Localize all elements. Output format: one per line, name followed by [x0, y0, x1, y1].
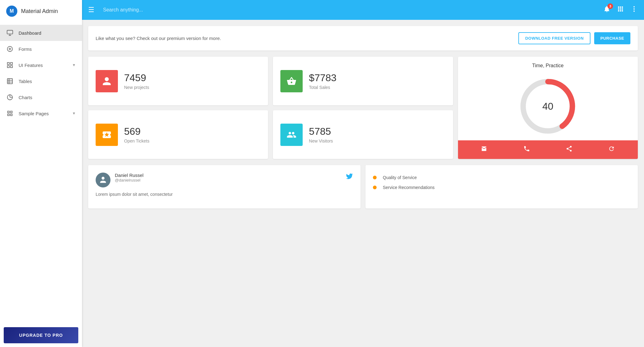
- new-visitors-number: 5785: [309, 126, 333, 137]
- svg-rect-6: [7, 79, 13, 84]
- phone-icon[interactable]: [523, 145, 530, 154]
- legend-row-0: Quality of Service: [373, 173, 630, 182]
- sample-pages-arrow-icon: ▼: [72, 111, 76, 116]
- new-projects-number: 7459: [124, 72, 149, 84]
- legend-label-1: Service Recommendations: [383, 185, 434, 190]
- app-title: Material Admin: [21, 8, 58, 15]
- grid-icon: [6, 61, 14, 69]
- stat-card-new-projects: 7459 New projects: [88, 57, 268, 105]
- sidebar-item-dashboard[interactable]: Dashboard: [0, 25, 82, 41]
- sidebar-item-tables[interactable]: Tables: [0, 73, 82, 89]
- svg-rect-2: [7, 63, 9, 64]
- download-free-button[interactable]: DOWNLOAD FREE VERSION: [518, 32, 590, 44]
- tweet-username: Daniel Russel: [115, 173, 341, 178]
- new-projects-icon-box: [96, 70, 118, 92]
- sidebar-item-sample-pages-label: Sample Pages: [19, 111, 49, 116]
- promo-banner: Like what you see? Check out our premium…: [88, 26, 638, 51]
- new-visitors-info: 5785 New Visitors: [309, 126, 333, 143]
- total-sales-label: Total Sales: [309, 85, 336, 90]
- open-tickets-icon-box: [96, 124, 118, 146]
- refresh-icon[interactable]: [608, 145, 615, 154]
- header-icons: 3: [603, 5, 638, 15]
- bottom-grid: Daniel Russel @danielrussel Lorem ipsum …: [88, 165, 638, 209]
- header: ☰ 3: [82, 0, 644, 20]
- tweet-avatar: [96, 173, 110, 187]
- sidebar-logo: M Material Admin: [0, 0, 82, 22]
- open-tickets-label: Open Tickets: [124, 138, 149, 143]
- upgrade-to-pro-button[interactable]: UPGRADE TO PRO: [4, 327, 78, 343]
- logo-circle: M: [6, 6, 17, 17]
- twitter-icon: [346, 173, 353, 182]
- tweet-user-info: Daniel Russel @danielrussel: [115, 173, 341, 182]
- donut-value: 40: [542, 101, 554, 112]
- sidebar-nav: Dashboard Forms UI Features ▼ Tables C: [0, 22, 82, 323]
- more-icon[interactable]: [630, 5, 638, 15]
- promo-buttons: DOWNLOAD FREE VERSION PURCHASE: [518, 32, 630, 44]
- store-icon[interactable]: [481, 145, 487, 154]
- new-visitors-label: New Visitors: [309, 138, 333, 143]
- stat-card-open-tickets: 569 Open Tickets: [88, 110, 268, 159]
- chart-card: Time, Practice 40: [458, 57, 638, 159]
- apps-icon[interactable]: [617, 5, 624, 15]
- monitor-icon: [6, 29, 14, 37]
- svg-point-15: [633, 11, 635, 12]
- svg-rect-4: [7, 66, 9, 68]
- forms-icon: [6, 45, 14, 53]
- open-tickets-info: 569 Open Tickets: [124, 126, 149, 143]
- sidebar-item-dashboard-label: Dashboard: [19, 30, 41, 36]
- svg-point-13: [633, 6, 635, 7]
- notification-badge: 3: [607, 3, 613, 9]
- notification-icon[interactable]: 3: [603, 5, 611, 15]
- sidebar-item-forms-label: Forms: [19, 46, 32, 52]
- chart-footer: [458, 140, 638, 159]
- donut-chart: 40: [520, 78, 576, 134]
- sidebar: M Material Admin Dashboard Forms UI Feat…: [0, 0, 82, 347]
- donut-container: 40: [458, 72, 638, 140]
- sidebar-item-charts-label: Charts: [19, 95, 32, 100]
- search-input[interactable]: [99, 5, 598, 15]
- svg-rect-0: [7, 30, 13, 34]
- stats-grid: 7459 New projects $7783 Total Sales Time…: [88, 57, 638, 159]
- main-area: ☰ 3 Like what you see? Check out our pre…: [82, 0, 644, 347]
- open-tickets-number: 569: [124, 126, 149, 137]
- new-projects-info: 7459 New projects: [124, 72, 149, 90]
- legend-card: Quality of Service Service Recommendatio…: [365, 165, 638, 209]
- sidebar-item-ui-features[interactable]: UI Features ▼: [0, 57, 82, 73]
- tweet-text: Lorem ipsum dolor sit amet, consectetur: [96, 191, 353, 198]
- legend-row-1: Service Recommendations: [373, 182, 630, 192]
- svg-rect-5: [11, 66, 12, 68]
- promo-text: Like what you see? Check out our premium…: [96, 36, 221, 41]
- sidebar-item-sample-pages[interactable]: Sample Pages ▼: [0, 105, 82, 121]
- charts-icon: [6, 94, 14, 101]
- tweet-header: Daniel Russel @danielrussel: [96, 173, 353, 187]
- total-sales-icon-box: [280, 70, 303, 92]
- legend-label-0: Quality of Service: [383, 175, 417, 180]
- sidebar-item-tables-label: Tables: [19, 79, 32, 84]
- total-sales-number: $7783: [309, 72, 336, 84]
- hamburger-icon[interactable]: ☰: [88, 6, 94, 14]
- new-visitors-icon-box: [280, 124, 303, 146]
- svg-point-18: [102, 177, 104, 180]
- tweet-handle: @danielrussel: [115, 178, 341, 182]
- svg-rect-3: [11, 63, 12, 64]
- logo-letter: M: [10, 8, 14, 14]
- sidebar-item-charts[interactable]: Charts: [0, 89, 82, 105]
- new-projects-label: New projects: [124, 85, 149, 90]
- share-icon[interactable]: [566, 145, 573, 154]
- sidebar-item-ui-label: UI Features: [19, 63, 43, 68]
- ui-features-arrow-icon: ▼: [72, 63, 76, 67]
- content-area: Like what you see? Check out our premium…: [82, 20, 644, 347]
- legend-dot-0: [373, 176, 377, 179]
- table-icon: [6, 77, 14, 85]
- total-sales-info: $7783 Total Sales: [309, 72, 336, 90]
- purchase-button[interactable]: PURCHASE: [594, 32, 630, 44]
- legend-dot-1: [373, 186, 377, 189]
- pages-icon: [6, 110, 14, 117]
- tweet-card: Daniel Russel @danielrussel Lorem ipsum …: [88, 165, 361, 209]
- chart-title: Time, Practice: [458, 57, 638, 72]
- stat-card-new-visitors: 5785 New Visitors: [273, 110, 453, 159]
- sidebar-item-forms[interactable]: Forms: [0, 41, 82, 57]
- svg-point-14: [633, 8, 635, 10]
- stat-card-total-sales: $7783 Total Sales: [273, 57, 453, 105]
